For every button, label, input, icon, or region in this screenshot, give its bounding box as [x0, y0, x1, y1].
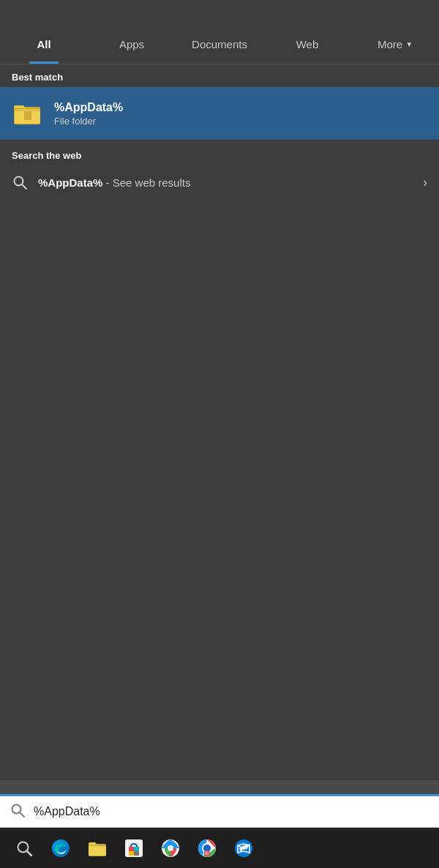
tabs-row: All Apps Documents Web More ▼ [0, 0, 439, 64]
svg-line-9 [27, 850, 32, 856]
tab-documents[interactable]: Documents [176, 0, 263, 64]
svg-rect-17 [129, 851, 134, 856]
best-match-header: Best match [0, 64, 439, 87]
folder-icon [12, 97, 44, 130]
svg-line-7 [20, 812, 24, 817]
svg-text:D: D [206, 851, 209, 856]
taskbar-explorer-icon[interactable] [80, 831, 114, 865]
svg-rect-18 [134, 851, 139, 856]
tab-apps[interactable]: Apps [88, 0, 176, 64]
svg-rect-16 [134, 847, 139, 851]
result-text: %AppData% File folder [54, 101, 123, 127]
best-match-result[interactable]: %AppData% File folder [0, 87, 439, 140]
svg-rect-2 [15, 109, 40, 111]
taskbar-search-button[interactable] [7, 831, 41, 865]
web-search-icon [12, 174, 28, 190]
web-result-item[interactable]: %AppData% - See web results › [0, 167, 439, 198]
taskbar-edge-icon[interactable] [44, 831, 78, 865]
svg-rect-15 [129, 847, 134, 851]
search-panel: All Apps Documents Web More ▼ Best match [0, 0, 439, 780]
taskbar: D [0, 828, 439, 868]
taskbar-search-text: %AppData% [34, 805, 100, 818]
svg-point-10 [52, 839, 70, 857]
taskbar-excel-icon[interactable] [154, 831, 187, 865]
taskbar-chrome-icon[interactable]: D [190, 831, 224, 865]
taskbar-store-icon[interactable] [117, 831, 151, 865]
tab-all[interactable]: All [0, 0, 88, 64]
taskbar-search-bar[interactable]: %AppData% [0, 794, 439, 828]
tab-more[interactable]: More ▼ [351, 0, 439, 64]
web-chevron-icon: › [423, 175, 427, 190]
tab-web[interactable]: Web [263, 0, 351, 64]
chevron-down-icon: ▼ [405, 40, 413, 48]
taskbar-mail-icon[interactable] [227, 831, 260, 865]
web-result-text: %AppData% - See web results [38, 176, 423, 189]
svg-point-20 [168, 845, 173, 851]
svg-rect-12 [89, 846, 106, 856]
svg-line-5 [22, 184, 26, 189]
svg-rect-3 [24, 111, 31, 120]
search-web-header: Search the web [0, 140, 439, 167]
taskbar-search-icon [10, 803, 25, 821]
